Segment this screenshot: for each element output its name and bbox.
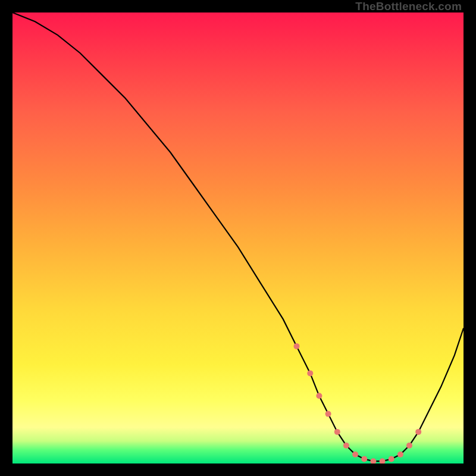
chart-frame: TheBottleneck.com xyxy=(0,0,476,476)
marker-point xyxy=(397,452,403,458)
marker-point xyxy=(307,370,313,376)
watermark-label: TheBottleneck.com xyxy=(355,0,462,13)
marker-point xyxy=(352,452,358,458)
marker-point xyxy=(380,458,386,464)
bottleneck-curve xyxy=(12,12,464,461)
marker-point xyxy=(294,343,300,349)
highlight-markers xyxy=(294,343,422,464)
marker-point xyxy=(370,458,376,464)
marker-point xyxy=(325,411,331,417)
marker-point xyxy=(343,443,349,449)
marker-point xyxy=(334,429,340,435)
chart-svg xyxy=(12,12,464,464)
marker-point xyxy=(361,456,367,462)
marker-point xyxy=(406,443,412,449)
marker-point xyxy=(316,393,322,399)
marker-point xyxy=(415,429,421,435)
marker-point xyxy=(389,456,394,462)
plot-area xyxy=(12,12,464,464)
